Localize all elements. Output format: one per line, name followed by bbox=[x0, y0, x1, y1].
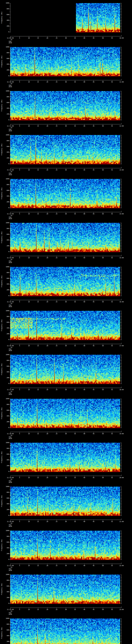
x-tick-label: 25 bbox=[55, 609, 58, 610]
x-major-tick bbox=[38, 476, 38, 477]
x-tick-label: 25 bbox=[55, 257, 58, 259]
y-major-tick bbox=[9, 146, 10, 147]
y-minor-tick bbox=[121, 117, 121, 117]
x-axis-start-tick bbox=[10, 124, 10, 125]
y-minor-tick bbox=[121, 23, 121, 24]
x-major-tick bbox=[38, 432, 38, 433]
y-major-tick bbox=[9, 334, 10, 334]
x-major-tick bbox=[112, 608, 112, 608]
y-major-tick bbox=[120, 53, 121, 53]
x-tick-label: 15 bbox=[36, 213, 40, 215]
x-axis-date-day: 24 bbox=[8, 127, 15, 128]
y-minor-tick bbox=[10, 545, 10, 545]
x-major-tick bbox=[56, 80, 57, 81]
x-major-tick bbox=[66, 388, 66, 389]
y-minor-tick bbox=[10, 512, 10, 513]
y-tick-label: 200 bbox=[4, 25, 9, 27]
x-major-tick bbox=[94, 124, 94, 125]
x-tick-label: 40 bbox=[83, 345, 86, 346]
y-axis-line-right bbox=[121, 47, 122, 76]
x-tick-label: 20 bbox=[46, 37, 49, 39]
x-axis-start-time: 11:16:00 bbox=[4, 345, 17, 346]
y-tick-label: 600 bbox=[4, 146, 9, 147]
x-major-tick bbox=[103, 432, 103, 433]
y-minor-tick bbox=[10, 595, 10, 595]
x-major-tick bbox=[66, 168, 66, 169]
y-major-tick bbox=[9, 366, 10, 366]
y-axis-title: Frequency (Hz) bbox=[1, 442, 3, 472]
y-major-tick bbox=[9, 3, 10, 3]
y-tick-label: 1000 bbox=[4, 442, 9, 444]
x-tick-label: 25 bbox=[55, 521, 58, 522]
x-tick-label: 45 bbox=[92, 213, 95, 215]
y-tick-label: 200 bbox=[4, 69, 9, 71]
x-axis-start-tick bbox=[10, 564, 10, 565]
x-tick-label: 45 bbox=[92, 609, 95, 610]
x-tick-label: 30 bbox=[64, 125, 68, 127]
x-major-tick bbox=[75, 432, 75, 433]
x-axis-date-year: 2016 bbox=[6, 570, 14, 571]
x-axis-date-day: 24 bbox=[8, 303, 15, 304]
y-major-tick bbox=[9, 454, 10, 454]
y-tick-label: 800 bbox=[4, 580, 9, 581]
y-major-tick bbox=[9, 504, 10, 504]
y-major-tick bbox=[9, 58, 10, 59]
y-tick-label: 0 bbox=[4, 339, 9, 340]
y-axis-line-right bbox=[121, 574, 122, 604]
y-axis-line-right bbox=[121, 443, 122, 472]
x-tick-label: 45 bbox=[92, 301, 95, 303]
x-tick-label: 20 bbox=[46, 169, 49, 171]
x-major-tick bbox=[56, 124, 57, 125]
x-tick-label: 55 bbox=[110, 433, 114, 434]
y-tick-label: 400 bbox=[4, 591, 9, 592]
y-tick-label: 400 bbox=[4, 459, 9, 461]
y-minor-tick bbox=[10, 237, 10, 238]
x-tick-label: 50 bbox=[101, 433, 104, 434]
x-axis-start-tick bbox=[10, 80, 10, 81]
y-major-tick bbox=[120, 642, 121, 642]
x-axis-end-tick bbox=[121, 79, 122, 80]
x-tick-label: 5 bbox=[18, 521, 21, 522]
y-minor-tick bbox=[10, 144, 10, 144]
x-tick-label: 25 bbox=[55, 301, 58, 303]
x-tick-label: 5 bbox=[18, 565, 21, 566]
y-major-tick bbox=[120, 311, 121, 311]
x-tick-label: 45 bbox=[92, 433, 95, 434]
y-major-tick bbox=[9, 422, 10, 422]
y-major-tick bbox=[9, 416, 10, 416]
x-tick-label: 40 bbox=[83, 389, 86, 390]
x-axis-start-time: 11:19:00 bbox=[4, 477, 17, 478]
x-major-tick bbox=[103, 80, 103, 81]
y-minor-tick bbox=[121, 249, 121, 249]
y-minor-tick bbox=[121, 539, 121, 540]
y-axis-title: Frequency (Hz) bbox=[1, 91, 3, 120]
x-tick-label: 45 bbox=[92, 565, 95, 566]
x-tick-label: 10 bbox=[27, 125, 30, 127]
x-axis-end-time: 20:00 bbox=[118, 477, 126, 478]
x-major-tick bbox=[56, 388, 57, 389]
y-tick-label: 200 bbox=[4, 245, 9, 247]
y-major-tick bbox=[9, 410, 10, 410]
x-axis-date-year: 2016 bbox=[6, 614, 14, 615]
x-major-tick bbox=[38, 256, 38, 257]
x-axis-end-tick bbox=[121, 431, 122, 432]
y-tick-label: 400 bbox=[4, 64, 9, 65]
x-major-tick bbox=[94, 432, 94, 433]
y-minor-tick bbox=[10, 457, 10, 457]
x-tick-label: 30 bbox=[64, 301, 68, 303]
x-axis-end-tick bbox=[121, 343, 122, 344]
y-minor-tick bbox=[121, 29, 121, 29]
y-minor-tick bbox=[121, 161, 121, 161]
x-axis-date-year: 2016 bbox=[6, 306, 14, 308]
x-axis-end-time: 21:00 bbox=[118, 521, 126, 522]
x-tick-label: 50 bbox=[101, 521, 104, 522]
x-axis-end-time: 12:00 bbox=[118, 125, 126, 127]
y-tick-label: 200 bbox=[4, 597, 9, 598]
x-major-tick bbox=[47, 564, 48, 565]
x-major-tick bbox=[38, 564, 38, 565]
y-major-tick bbox=[120, 404, 121, 405]
x-axis-start-tick bbox=[10, 168, 10, 169]
x-major-tick bbox=[47, 124, 48, 125]
y-tick-label: 800 bbox=[4, 624, 9, 625]
x-tick-label: 10 bbox=[27, 213, 30, 215]
